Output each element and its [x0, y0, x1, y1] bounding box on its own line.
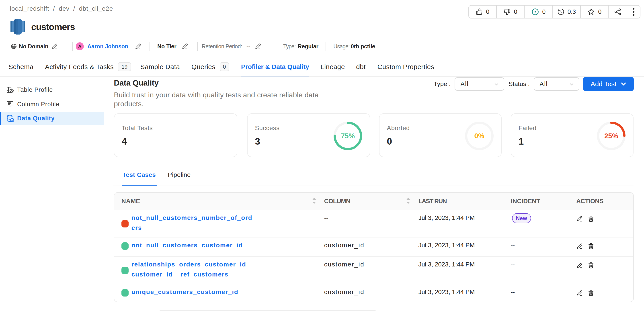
svg-text:75%: 75% — [341, 132, 355, 140]
svg-text:25%: 25% — [604, 132, 618, 140]
svg-text:0%: 0% — [474, 132, 484, 140]
